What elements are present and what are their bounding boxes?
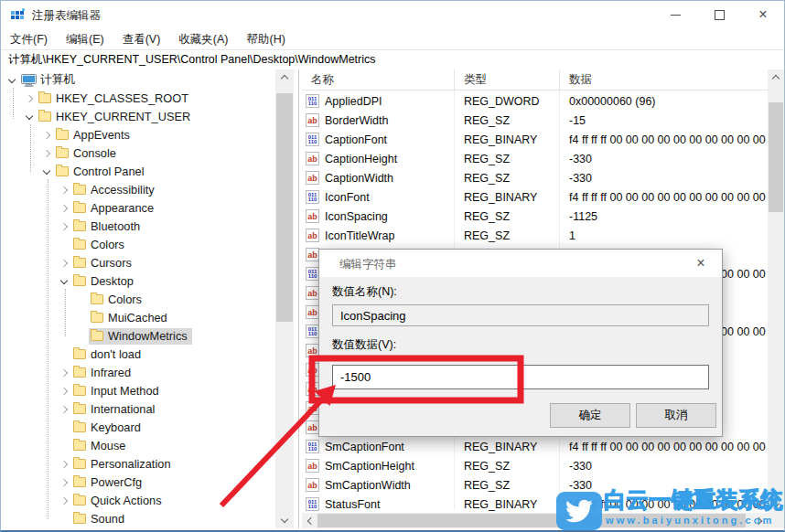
close-button[interactable]: × (742, 1, 784, 28)
column-header-name[interactable]: 名称 (302, 69, 455, 90)
maximize-button[interactable] (698, 1, 740, 28)
chevron-down-icon[interactable] (6, 75, 17, 86)
tree-node: Infrared (71, 365, 135, 381)
value-type: REG_BINARY (455, 441, 560, 453)
value-row-applieddpi[interactable]: 011 110AppliedDPIREG_DWORD0x00000060 (96… (302, 91, 768, 111)
chevron-down-icon[interactable] (59, 276, 70, 287)
address-input[interactable] (1, 51, 784, 69)
tree-item-appevents[interactable]: AppEvents (1, 126, 275, 144)
folder-icon (73, 367, 86, 378)
scroll-up-button[interactable] (275, 69, 294, 85)
scroll-left-button[interactable] (302, 513, 317, 528)
tree-item-infrared[interactable]: Infrared (1, 364, 275, 382)
value-row-captionwidth[interactable]: abCaptionWidthREG_SZ-330 (302, 168, 768, 187)
chevron-right-icon[interactable] (59, 185, 70, 196)
column-header-type[interactable]: 类型 (455, 69, 560, 90)
value-name-field[interactable] (332, 304, 709, 326)
menu-item-favorites[interactable]: 收藏夹(A) (169, 28, 237, 48)
chevron-down-icon[interactable] (41, 166, 52, 177)
tree-item-cursors[interactable]: Cursors (1, 254, 275, 272)
tree-item-desktop-colors[interactable]: Colors (1, 291, 275, 309)
scroll-thumb[interactable] (769, 102, 783, 212)
tree-item-control-panel[interactable]: Control Panel (1, 163, 275, 181)
binary-value-icon: 011 110 (306, 325, 319, 338)
tree-item-quick-actions[interactable]: Quick Actions (1, 492, 275, 510)
value-type: REG_SZ (455, 153, 560, 165)
chevron-right-icon[interactable] (59, 477, 70, 488)
chevron-right-icon[interactable] (59, 221, 70, 232)
value-name: StatusFont (325, 498, 455, 511)
tree-item-console[interactable]: Console (1, 144, 275, 163)
string-value-icon: ab (306, 420, 319, 434)
tree-item-colors[interactable]: Colors (1, 236, 275, 254)
cancel-button[interactable]: 取消 (636, 403, 716, 428)
chevron-right-icon[interactable] (59, 459, 70, 470)
tree-item-dont-load[interactable]: don't load (1, 346, 275, 364)
tree-item-windowmetrics[interactable]: WindowMetrics (1, 327, 275, 346)
chevron-down-icon (281, 516, 288, 523)
column-header-data[interactable]: 数据 (560, 69, 768, 90)
chevron-right-icon[interactable] (59, 258, 70, 269)
chevron-right-icon[interactable] (59, 367, 70, 378)
chevron-right-icon[interactable] (41, 130, 52, 141)
value-row-captionheight[interactable]: abCaptionHeightREG_SZ-330 (302, 149, 768, 168)
value-row-borderwidth[interactable]: abBorderWidthREG_SZ-15 (302, 111, 768, 130)
value-data-field[interactable] (332, 365, 709, 389)
value-data: -330 (560, 460, 768, 473)
minimize-button[interactable] (654, 1, 696, 28)
dialog-close-button[interactable]: × (687, 252, 715, 274)
tree-item-accessibility[interactable]: Accessibility (1, 181, 275, 199)
value-row-smcaptionfont[interactable]: 011 110SmCaptionFontREG_BINARYf4 ff ff f… (302, 437, 768, 456)
menu-item-view[interactable]: 查看(V) (113, 28, 170, 48)
tree-item-computer[interactable]: 计算机 (1, 71, 275, 90)
chevron-down-icon[interactable] (24, 112, 35, 122)
ok-button[interactable]: 确定 (550, 403, 630, 428)
tree-item-international[interactable]: International (1, 400, 275, 419)
string-value-icon: ab (306, 459, 319, 473)
binary-value-icon: 011 110 (306, 497, 319, 511)
scroll-down-button[interactable] (275, 513, 294, 528)
tree-scrollbar[interactable] (275, 69, 294, 528)
chevron-right-icon[interactable] (59, 386, 70, 397)
tree-item-sound[interactable]: Sound (1, 510, 275, 528)
tree-item-bluetooth[interactable]: Bluetooth (1, 218, 275, 236)
tree-item-personalization[interactable]: Personalization (1, 455, 275, 473)
tree-item-muicached[interactable]: MuiCached (1, 309, 275, 327)
menu-item-file[interactable]: 文件(F) (1, 28, 57, 48)
chevron-right-icon[interactable] (59, 495, 70, 506)
tree-item-input-method[interactable]: Input Method (1, 382, 275, 400)
chevron-right-icon[interactable] (59, 203, 70, 214)
panel-splitter[interactable] (298, 69, 299, 528)
string-value-icon: ab (306, 209, 319, 223)
chevron-right-icon[interactable] (24, 93, 35, 104)
value-type: REG_BINARY (455, 498, 560, 511)
tree-node: HKEY_CURRENT_USER (37, 109, 195, 125)
tree-node: MuiCached (89, 310, 172, 326)
scroll-thumb[interactable] (276, 93, 293, 322)
tree-item-hkey-classes-root[interactable]: HKEY_CLASSES_ROOT (1, 90, 275, 108)
tree-node: Keyboard (71, 420, 145, 436)
value-type: REG_SZ (455, 229, 560, 242)
tree-item-label: Personalization (91, 457, 171, 471)
tree-item-appearance[interactable]: Appearance (1, 199, 275, 218)
scroll-up-button[interactable] (768, 69, 784, 85)
value-name: SmCaptionWidth (325, 479, 455, 492)
tree-item-mouse[interactable]: Mouse (1, 437, 275, 455)
binary-value-icon: 011 110 (306, 133, 319, 146)
value-row-iconspacing[interactable]: abIconSpacingREG_SZ-1125 (302, 207, 768, 226)
value-row-captionfont[interactable]: 011 110CaptionFontREG_BINARYf4 ff ff ff … (302, 130, 768, 149)
menu-item-edit[interactable]: 编辑(E) (57, 28, 113, 48)
chevron-right-icon[interactable] (41, 148, 52, 159)
folder-icon (56, 130, 69, 140)
value-row-iconfont[interactable]: 011 110IconFontREG_BINARYf4 ff ff ff 00 … (302, 187, 768, 207)
tree-item-desktop[interactable]: Desktop (1, 272, 275, 291)
tree-item-keyboard[interactable]: Keyboard (1, 419, 275, 437)
tree-item-hkey-current-user[interactable]: HKEY_CURRENT_USER (1, 108, 275, 126)
tree-item-powercfg[interactable]: PowerCfg (1, 473, 275, 492)
value-row-icontitlewrap[interactable]: abIconTitleWrapREG_SZ1 (302, 226, 768, 245)
chevron-right-icon[interactable] (59, 404, 70, 415)
value-data: f4 ff ff ff 00 00 00 00 00 00 00 00 00 0… (560, 441, 768, 453)
menu-item-help[interactable]: 帮助(H) (237, 28, 294, 48)
list-vertical-scrollbar[interactable] (768, 69, 784, 513)
value-row-smcaptionheight[interactable]: abSmCaptionHeightREG_SZ-330 (302, 456, 768, 475)
